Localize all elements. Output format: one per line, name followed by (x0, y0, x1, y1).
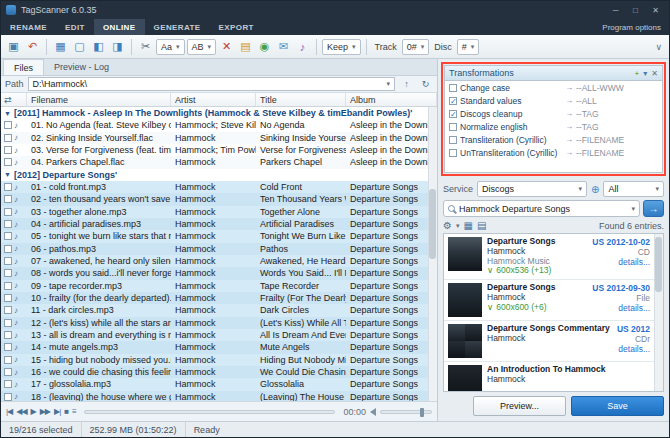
file-row[interactable]: ♪15 - hiding but nobody missed you.mp3Ha… (1, 354, 437, 366)
chevron-down-icon[interactable]: ∨ (487, 303, 493, 313)
scope-select[interactable]: All ▾ (603, 181, 664, 197)
path-combo[interactable]: D:\Hammock\ ▾ (28, 77, 395, 91)
menu-item-export[interactable]: EXPORT (210, 19, 263, 35)
row-checkbox[interactable] (4, 245, 12, 253)
chevron-down-icon[interactable]: ∨ (487, 266, 493, 276)
row-checkbox[interactable] (4, 232, 12, 240)
file-row[interactable]: ♪14 - mute angels.mp3HammockMute AngelsD… (1, 341, 437, 353)
details-link[interactable]: details... (617, 344, 650, 354)
file-row[interactable]: ♪06 - pathos.mp3HammockPathosDeparture S… (1, 243, 437, 255)
details-link[interactable]: details... (592, 303, 650, 313)
transformation-checkbox[interactable] (449, 149, 457, 157)
menu-item-rename[interactable]: RENAME (1, 19, 56, 35)
check-all-icon[interactable]: ▦ (52, 38, 69, 55)
keep-combo[interactable]: Keep ▾ (322, 39, 361, 55)
search-input[interactable] (459, 204, 627, 214)
options-icon[interactable]: ▾ (643, 69, 647, 78)
minimize-icon[interactable]: ─ (607, 4, 624, 17)
transformation-checkbox[interactable] (449, 136, 457, 144)
play-button[interactable]: ▶ (31, 407, 36, 416)
uncheck-all-icon[interactable]: ▢ (71, 38, 88, 55)
transformation-row[interactable]: ✓Standard values→--ALL (445, 94, 662, 107)
row-checkbox[interactable] (4, 195, 12, 203)
file-row[interactable]: ♪02. Sinking Inside Yourself.flacHammock… (1, 132, 437, 144)
track-format-combo[interactable]: 0# ▾ (402, 39, 430, 55)
transformation-row[interactable]: ✓Discogs cleanup→--TAG (445, 107, 662, 120)
file-row[interactable]: ♪08 - words you said...i'll never forget… (1, 267, 437, 279)
remove-tag-icon[interactable]: ✕ (218, 38, 235, 55)
row-checkbox[interactable] (4, 282, 12, 290)
transformation-row[interactable]: UnTransliteration (Cyrillic)→--FILENAME (445, 146, 662, 159)
volume-thumb[interactable] (420, 408, 424, 417)
row-checkbox[interactable] (4, 158, 12, 166)
next-track-button[interactable]: ▶| (54, 407, 60, 416)
disc-format-combo[interactable]: # ▾ (457, 39, 480, 55)
transformation-row[interactable]: Normalize english→--TAG (445, 120, 662, 133)
save-button[interactable]: Save (571, 396, 664, 416)
seek-bar[interactable] (84, 410, 336, 414)
close-icon[interactable]: ✕ (647, 4, 664, 17)
transformation-row[interactable]: Transliteration (Cyrillic)→--FILENAME (445, 133, 662, 146)
web-source-icon[interactable]: ◉ (256, 38, 273, 55)
file-row[interactable]: ♪04. Parkers Chapel.flacHammockParkers C… (1, 156, 437, 168)
menu-item-edit[interactable]: EDIT (56, 19, 94, 35)
file-row[interactable]: ♪07 - awakened, he heard only silence.mp… (1, 255, 437, 267)
service-select[interactable]: Discogs ▾ (477, 181, 587, 197)
previous-track-button[interactable]: |◀ (6, 407, 12, 416)
expand-groups-icon[interactable]: ◧ (90, 38, 107, 55)
file-row[interactable]: ♪18 - (leaving) the house where we grew … (1, 391, 437, 401)
tab-preview-log[interactable]: Preview - Log (44, 59, 119, 75)
details-link[interactable]: details... (592, 257, 650, 267)
undo-icon[interactable]: ↶ (24, 38, 41, 55)
files-scrollbar[interactable] (428, 107, 437, 401)
file-row[interactable]: ♪04 - artificial paradises.mp3HammockArt… (1, 218, 437, 230)
collapse-group-icon[interactable]: ▼ (4, 110, 11, 117)
row-checkbox[interactable] (4, 294, 12, 302)
file-row[interactable]: ♪01 - cold front.mp3HammockCold FrontDep… (1, 181, 437, 193)
row-checkbox[interactable] (4, 121, 12, 129)
group-header-row[interactable]: ▼[2012] Departure Songs' (1, 169, 437, 181)
save-icon[interactable]: ▣ (5, 38, 22, 55)
results-scrollbar[interactable] (654, 234, 663, 391)
volume-slider[interactable] (380, 410, 432, 414)
transformation-checkbox[interactable] (449, 84, 457, 92)
transformation-checkbox[interactable]: ✓ (449, 110, 457, 118)
chevron-down-icon[interactable]: ▾ (631, 205, 635, 213)
sort-icon[interactable]: ⇄ (1, 93, 27, 106)
row-checkbox[interactable] (4, 306, 12, 314)
comment-icon[interactable]: ✉ (275, 38, 292, 55)
rewind-button[interactable]: ◀◀ (16, 407, 26, 416)
file-row[interactable]: ♪09 - tape recorder.mp3HammockTape Recor… (1, 280, 437, 292)
transformation-checkbox[interactable] (449, 123, 457, 131)
folder-up-icon[interactable]: ↑ (399, 77, 414, 91)
collapse-groups-icon[interactable]: ◨ (109, 38, 126, 55)
scrollbar-thumb[interactable] (429, 189, 436, 259)
column-album[interactable]: Album (346, 93, 437, 106)
group-header-row[interactable]: ▼[2011] Hammock - Asleep In The Downligh… (1, 107, 437, 119)
row-checkbox[interactable] (4, 393, 12, 401)
row-checkbox[interactable] (4, 343, 12, 351)
list-view-icon[interactable]: ▤ (477, 220, 486, 231)
row-checkbox[interactable] (4, 257, 12, 265)
file-row[interactable]: ♪17 - glossolalia.mp3HammockGlossolaliaD… (1, 378, 437, 390)
chevron-down-icon[interactable]: ▾ (456, 222, 460, 230)
row-checkbox[interactable] (4, 208, 12, 216)
transformation-checkbox[interactable]: ✓ (449, 97, 457, 105)
file-row[interactable]: ♪05 - tonight we burn like stars that ne… (1, 230, 437, 242)
file-row[interactable]: ♪10 - frailty (for the dearly departed).… (1, 292, 437, 304)
case-options-combo[interactable]: Aa▾ (156, 39, 185, 55)
program-options-button[interactable]: Program options (594, 19, 669, 35)
row-checkbox[interactable] (4, 356, 12, 364)
file-row[interactable]: ♪11 - dark circles.mp3HammockDark Circle… (1, 304, 437, 316)
search-settings-icon[interactable]: ⚙ (443, 220, 452, 231)
playlist-button[interactable]: ≡ (72, 407, 76, 416)
result-item[interactable]: An Introduction To HammockHammock (444, 362, 663, 392)
file-row[interactable]: ♪03 - together alone.mp3HammockTogether … (1, 206, 437, 218)
result-item[interactable]: Departure SongsHammock∨600x600 (+6)US 20… (444, 280, 663, 321)
result-item[interactable]: Departure Songs CommentaryHammockUS 2012… (444, 321, 663, 362)
stop-button[interactable]: ■ (64, 407, 68, 416)
row-checkbox[interactable] (4, 319, 12, 327)
refresh-icon[interactable]: ↻ (418, 77, 433, 91)
file-row[interactable]: ♪02 - ten thousand years won't save your… (1, 193, 437, 205)
file-row[interactable]: ♪01. No Agenda (feat. Steve Kilbey of Th… (1, 119, 437, 131)
